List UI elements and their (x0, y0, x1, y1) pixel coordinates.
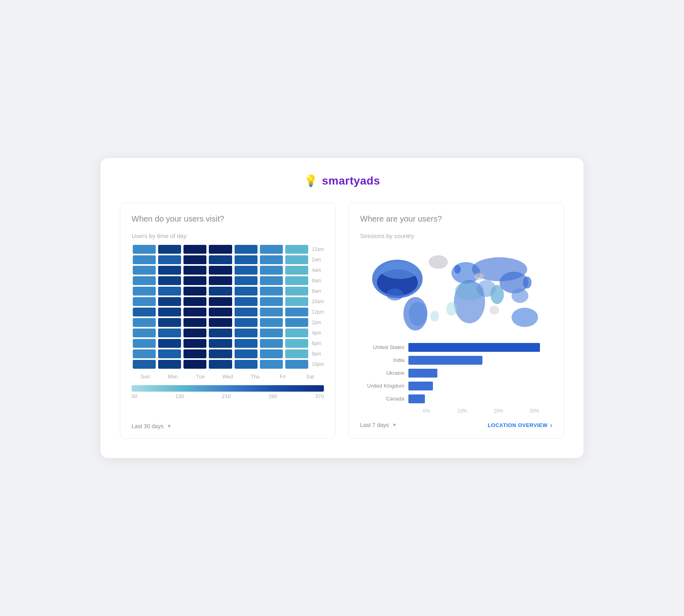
panels-row: When do your users visit? Users by time … (120, 203, 564, 438)
time-label: 6am (312, 275, 324, 286)
time-label: 6pm (312, 338, 324, 349)
heatmap-cell (183, 266, 206, 275)
day-labels-row: SunMonTueWedThuFriSat (132, 374, 324, 380)
legend: 50130210290370 (132, 385, 324, 399)
heatmap-cell (183, 308, 206, 316)
heatmap-cell (158, 266, 181, 275)
location-overview-label[interactable]: LOCATION OVERVIEW (488, 422, 548, 428)
heatmap-cell (209, 255, 232, 264)
heatmap-cell (235, 276, 258, 285)
bar-country-label: Ukraine (360, 370, 404, 376)
bar-track (408, 356, 552, 365)
logo-row: 💡 smartyads (120, 174, 564, 187)
time-label: 10pm (312, 359, 324, 370)
heatmap-col-0 (132, 244, 157, 370)
left-panel: When do your users visit? Users by time … (120, 203, 336, 438)
heatmap-cell (183, 276, 206, 285)
bar-country-label: India (360, 357, 404, 363)
heatmap-cell (209, 349, 232, 358)
heatmap-cell (158, 255, 181, 264)
bar-fill (408, 356, 482, 365)
time-label: 4pm (312, 328, 324, 338)
logo-text: smartyads (322, 175, 380, 187)
bar-country-label: United Kingdom (360, 383, 404, 389)
bar-fill (408, 394, 425, 403)
heatmap-cell (285, 349, 308, 358)
svg-point-2 (381, 262, 419, 279)
heatmap-container: 12am2am4am6am8am10am12pm2pm4pm6pm8pm10pm… (132, 244, 324, 415)
heatmap-cell (158, 349, 181, 358)
heatmap-cell (260, 255, 283, 264)
bar-fill (408, 369, 437, 378)
svg-point-16 (523, 277, 532, 289)
bar-axis-label: 10% (445, 408, 481, 414)
heatmap-cell (158, 308, 181, 316)
heatmap-cell (158, 339, 181, 348)
heatmap-cell (209, 308, 232, 316)
left-dropdown-arrow[interactable]: ▼ (167, 423, 171, 429)
svg-point-3 (387, 289, 404, 301)
bar-axis-label: 0% (408, 408, 445, 414)
heatmap-cell (209, 360, 232, 369)
heatmap-cell (285, 266, 308, 275)
heatmap-cell (285, 360, 308, 369)
bar-country-label: Canada (360, 396, 404, 402)
time-label: 12am (312, 244, 324, 255)
bar-row: Canada (360, 394, 552, 403)
heatmap-cell (133, 266, 156, 275)
heatmap-cell (183, 297, 206, 306)
heatmap-cell (209, 276, 232, 285)
svg-point-5 (409, 302, 427, 326)
heatmap-cell (209, 245, 232, 254)
heatmap-cell (285, 308, 308, 316)
bar-fill (408, 382, 433, 390)
heatmap-cell (183, 287, 206, 296)
heatmap-cell (133, 287, 156, 296)
heatmap-cell (209, 297, 232, 306)
location-overview-link[interactable]: LOCATION OVERVIEW › (488, 421, 552, 429)
svg-point-19 (489, 306, 499, 315)
heatmap-cell (285, 297, 308, 306)
heatmap-cell (209, 329, 232, 337)
heatmap-cell (133, 276, 156, 285)
bar-axis-label: 20% (480, 408, 517, 414)
heatmap-cell (158, 297, 181, 306)
heatmap-col-3 (208, 244, 233, 370)
heatmap-cell (183, 339, 206, 348)
heatmap-col-4 (233, 244, 259, 370)
heatmap-cell (235, 349, 258, 358)
heatmap-chart-title: Users by time of day (132, 232, 324, 239)
heatmap-cell (260, 266, 283, 275)
heatmap-cell (260, 287, 283, 296)
heatmap-grid (132, 244, 309, 370)
day-label: Fri (269, 374, 296, 380)
heatmap-cell (183, 349, 206, 358)
heatmap-cell (133, 308, 156, 316)
bar-row: India (360, 356, 552, 365)
heatmap-cell (183, 360, 206, 369)
legend-label: 370 (315, 393, 324, 399)
right-period-label[interactable]: Last 7 days (360, 422, 389, 428)
logo-icon: 💡 (304, 174, 318, 187)
right-dropdown-arrow[interactable]: ▼ (392, 422, 397, 428)
chevron-right-icon[interactable]: › (550, 421, 552, 429)
right-panel-title: Where are your users? (360, 214, 552, 224)
heatmap-cell (158, 245, 181, 254)
heatmap-cell (285, 255, 308, 264)
heatmap-cell (285, 339, 308, 348)
time-label: 8am (312, 286, 324, 296)
svg-point-8 (429, 256, 448, 269)
day-label: Mon (159, 374, 186, 380)
bar-track (408, 343, 552, 352)
heatmap-cell (285, 287, 308, 296)
bar-track (408, 394, 552, 403)
bar-fill (408, 343, 540, 352)
bar-axis: 0%10%20%30% (408, 408, 552, 414)
heatmap-cell (260, 308, 283, 316)
left-period-label[interactable]: Last 30 days (132, 423, 163, 429)
main-card: 💡 smartyads When do your users visit? Us… (101, 158, 583, 458)
heatmap-cell (209, 339, 232, 348)
time-label: 2pm (312, 317, 324, 328)
heatmap-cell (183, 318, 206, 327)
heatmap-cell (133, 339, 156, 348)
